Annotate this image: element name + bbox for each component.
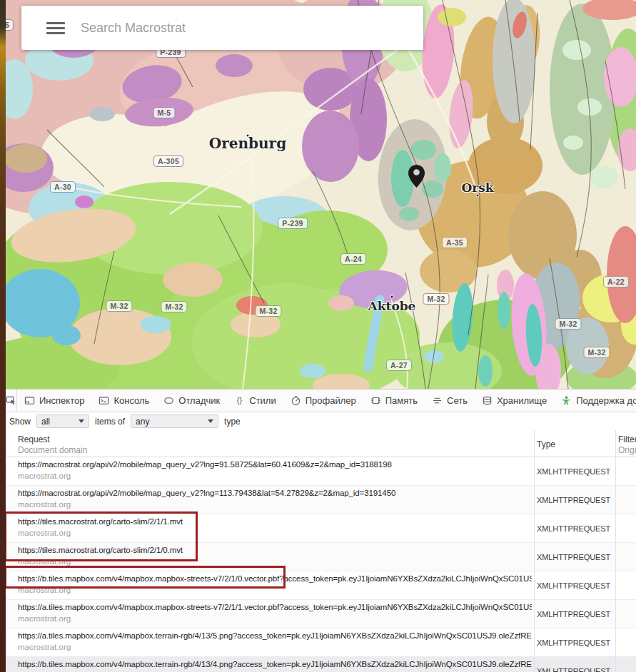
tab-label: Память [385, 395, 418, 406]
tab-storage[interactable]: Хранилище [475, 390, 554, 412]
devtools-panel: Инспектор Консоль Отладчик {} Стили Проф… [6, 389, 636, 672]
request-type: XMLHTTPREQUEST [537, 581, 610, 590]
filter-show-select[interactable]: all [36, 414, 89, 428]
tab-network[interactable]: Сеть [425, 390, 475, 412]
column-origin: Origi [618, 445, 636, 455]
city-dot [476, 194, 480, 198]
column-filter[interactable]: Filter [618, 434, 636, 444]
inspector-icon [24, 395, 35, 406]
tab-label: Поддержка доступности [576, 395, 636, 406]
road-badge: M-32 [423, 293, 449, 305]
devtools-tabbar: Инспектор Консоль Отладчик {} Стили Проф… [6, 390, 636, 412]
tab-debugger[interactable]: Отладчик [156, 390, 227, 412]
filter-show-value: all [41, 417, 50, 427]
road-badge: A-22 [603, 276, 629, 287]
request-domain: macrostrat.org [18, 586, 71, 594]
city-label-aktobe: Aktobe [368, 299, 416, 313]
road-badge: M-32 [583, 347, 610, 358]
road-badge: A-24 [340, 253, 366, 265]
filter-type-select[interactable]: any [131, 414, 218, 428]
city-label-orsk: Orsk [461, 180, 493, 195]
geologic-map-art [6, 0, 636, 389]
storage-icon [482, 395, 493, 406]
accessibility-icon [561, 395, 572, 406]
request-domain: macrostrat.org [18, 472, 71, 480]
request-type: XMLHTTPREQUEST [537, 638, 610, 647]
table-row[interactable]: https://b.tiles.mapbox.com/v4/mapbox.map… [6, 571, 636, 600]
request-type: XMLHTTPREQUEST [537, 667, 610, 672]
console-icon [99, 395, 109, 406]
request-domain: macrostrat.org [18, 614, 71, 623]
table-row[interactable]: https://b.tiles.mapbox.com/v4/mapbox.ter… [6, 657, 636, 672]
element-picker-button[interactable] [6, 390, 17, 412]
road-badge: A-27 [386, 360, 412, 371]
road-badge: 5 [6, 19, 14, 31]
road-badge: A-30 [50, 181, 76, 193]
column-type[interactable]: Type [537, 439, 555, 449]
tab-console[interactable]: Консоль [91, 390, 156, 412]
tab-memory[interactable]: Память [363, 390, 425, 412]
request-url: https://b.tiles.mapbox.com/v4/mapbox.map… [18, 574, 532, 583]
column-divider [534, 430, 535, 672]
request-url: https://macrostrat.org/api/v2/mobile/map… [18, 489, 532, 497]
picker-icon [6, 395, 16, 406]
road-badge: M-32 [106, 300, 132, 312]
menu-icon[interactable] [46, 19, 65, 37]
request-domain: macrostrat.org [18, 500, 71, 509]
tab-label: Сеть [447, 395, 468, 406]
search-input[interactable]: Search Macrostrat [81, 21, 186, 36]
tab-accessibility[interactable]: Поддержка доступности [554, 390, 636, 412]
request-url: https://tiles.macrostrat.org/carto-slim/… [18, 546, 532, 554]
road-badge: M-5 [153, 107, 176, 118]
table-row[interactable]: https://tiles.macrostrat.org/carto-slim/… [6, 543, 636, 571]
table-row[interactable]: https://tiles.macrostrat.org/carto-slim/… [6, 514, 636, 543]
browser-viewport: P-239 M-5 A-305 A-30 P-239 A-35 A-24 A-2… [0, 0, 636, 672]
tab-style-editor[interactable]: {} Стили [227, 390, 283, 412]
request-url: https://b.tiles.mapbox.com/v4/mapbox.ter… [18, 660, 532, 668]
table-row[interactable]: https://macrostrat.org/api/v2/mobile/map… [6, 457, 636, 486]
road-badge: M-32 [161, 301, 187, 312]
network-table-header[interactable]: Request Document domain Type Filter Orig… [6, 430, 636, 457]
city-dot [390, 295, 394, 299]
tab-inspector[interactable]: Инспектор [17, 390, 91, 412]
table-row[interactable]: https://a.tiles.mapbox.com/v4/mapbox.map… [6, 600, 636, 628]
request-url: https://a.tiles.mapbox.com/v4/mapbox.ter… [18, 631, 532, 640]
memory-icon [370, 395, 381, 406]
tab-label: Хранилище [497, 395, 547, 406]
request-domain: macrostrat.org [18, 529, 71, 537]
profiler-icon [291, 395, 301, 406]
request-type: XMLHTTPREQUEST [537, 524, 610, 533]
search-bar[interactable]: Search Macrostrat [21, 6, 423, 50]
request-type: XMLHTTPREQUEST [537, 610, 610, 618]
filter-items-of-label: items of [95, 417, 125, 427]
road-badge: P-239 [278, 218, 308, 229]
column-request[interactable]: Request [18, 434, 50, 444]
filter-show-label: Show [9, 417, 31, 427]
request-url: https://tiles.macrostrat.org/carto-slim/… [18, 517, 532, 526]
map-pin-icon[interactable] [408, 164, 425, 188]
tab-label: Отладчик [178, 395, 220, 406]
tab-performance[interactable]: Профайлер [283, 390, 363, 412]
filter-type-value: any [136, 417, 149, 427]
road-badge: A-305 [153, 156, 183, 167]
road-badge: M-32 [255, 305, 281, 317]
tab-label: Консоль [113, 395, 149, 406]
network-icon [432, 395, 443, 406]
tab-label: Профайлер [306, 395, 356, 406]
network-request-list: https://macrostrat.org/api/v2/mobile/map… [6, 457, 636, 672]
request-type: XMLHTTPREQUEST [537, 553, 610, 561]
macrostrat-map[interactable]: P-239 M-5 A-305 A-30 P-239 A-35 A-24 A-2… [6, 0, 636, 389]
request-domain: macrostrat.org [18, 643, 71, 651]
table-row[interactable]: https://macrostrat.org/api/v2/mobile/map… [6, 486, 636, 514]
request-type: XMLHTTPREQUEST [537, 467, 610, 476]
tab-label: Инспектор [39, 395, 84, 406]
road-badge: A-35 [442, 237, 468, 248]
debugger-icon [163, 395, 174, 406]
svg-text:{}: {} [237, 396, 243, 404]
table-row[interactable]: https://a.tiles.mapbox.com/v4/mapbox.ter… [6, 628, 636, 657]
window-edge [0, 0, 6, 672]
network-filter-bar: Show all items of any type [6, 412, 636, 430]
request-url: https://macrostrat.org/api/v2/mobile/map… [18, 460, 532, 469]
tab-label: Стили [249, 395, 276, 406]
chevron-down-icon [208, 419, 213, 423]
